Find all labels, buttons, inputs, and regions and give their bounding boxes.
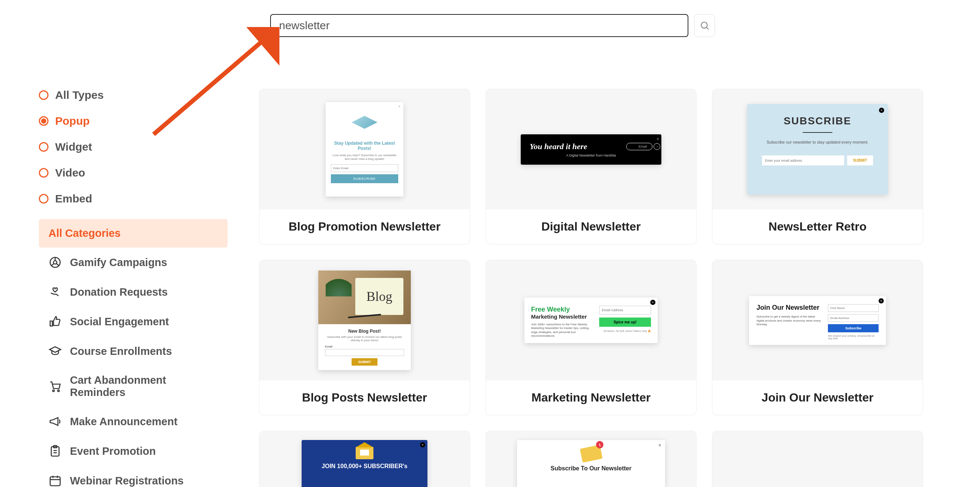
type-embed[interactable]: Embed [39,193,228,205]
cat-label: Cart Abandonment Reminders [70,374,218,399]
close-icon: × [420,442,425,447]
preview-subscribe-button: Subscribe [828,324,878,332]
cat-label: Donation Requests [70,286,168,298]
template-title: Join Our Newsletter [713,380,923,415]
template-title: NewsLetter Retro [713,210,923,244]
cat-label: Gamify Campaigns [70,256,167,269]
preview-cta-button: Spice me up! [599,318,651,327]
type-filter-group: All Types Popup Widget Video Embed [39,89,228,205]
preview-script-text: Blog [366,289,392,304]
template-card-retro[interactable]: × SUBSCRIBE Subscribe our newsletter to … [712,89,923,244]
cat-label: Course Enrollments [70,345,172,358]
preview-firstname-input [828,304,878,312]
thumbs-up-icon [48,315,62,328]
cat-donation[interactable]: Donation Requests [39,277,228,307]
preview-join-our: × Join Our Newsletter Subscribe to get a… [749,296,886,345]
cat-event-promo[interactable]: Event Promotion [39,436,228,466]
preview-email-pill: Email [626,143,652,150]
template-card-join-our[interactable]: × Join Our Newsletter Subscribe to get a… [712,260,923,415]
preview-heading: Join Our Newsletter [756,304,822,312]
template-thumb: × SUBSCRIBE Subscribe our newsletter to … [713,89,923,210]
template-thumb: × Blog New Blog Post! Subscribe with you… [259,260,469,380]
template-grid: × Stay Updated with the Latest Posts! Lo… [259,89,923,487]
preview-join-100k: × JOIN 100,000+ SUBSCRIBER's [302,440,428,487]
preview-email-label: Email [325,345,404,348]
graduation-cap-icon [48,345,62,358]
preview-digital: × You heard it here Email A Digital News… [521,134,661,165]
template-card-blog-promo[interactable]: × Stay Updated with the Latest Posts! Lo… [259,89,470,244]
preview-sub: Love what you read? Subscribe to our new… [331,154,398,161]
steering-wheel-icon [48,256,62,269]
type-label: All Types [55,89,103,102]
preview-email-input [325,349,404,356]
preview-submit-button: SUBMIT [352,358,378,366]
cat-label: All Categories [48,227,121,239]
search-row [270,14,715,37]
preview-email-input [762,156,844,166]
cat-gamify[interactable]: Gamify Campaigns [39,248,228,277]
type-all-types[interactable]: All Types [39,89,228,102]
template-card-9[interactable] [712,431,923,487]
template-card-join-100k[interactable]: × JOIN 100,000+ SUBSCRIBER's [259,431,470,487]
close-icon: × [650,300,655,305]
cat-cart-abandon[interactable]: Cart Abandonment Reminders [39,366,228,407]
shopping-cart-icon [48,380,62,393]
cat-webinar[interactable]: Webinar Registrations [39,466,228,487]
preview-heading: SUBSCRIBE [762,115,873,127]
svg-point-0 [701,22,707,28]
type-label: Embed [55,193,92,205]
template-title: Marketing Newsletter [486,380,696,415]
cat-courses[interactable]: Course Enrollments [39,336,228,366]
close-icon: × [659,442,661,448]
search-button[interactable] [694,14,715,37]
template-thumb: × Subscribe To Our Newsletter [486,431,696,487]
preview-blog-posts: × Blog New Blog Post! Subscribe with you… [318,271,411,370]
template-thumb: × JOIN 100,000+ SUBSCRIBER's [259,431,469,487]
preview-marketing: × Free Weekly Marketing Newsletter Join … [524,298,658,344]
template-thumb: × Stay Updated with the Latest Posts! Lo… [259,89,469,210]
preview-heading-2: Marketing Newsletter [531,314,593,320]
cat-label: Make Announcement [70,415,178,428]
preview-footer: We respect your privacy. Unsubscribe at … [828,334,878,340]
preview-heading: JOIN 100,000+ SUBSCRIBER's [302,463,428,469]
type-label: Video [55,167,85,179]
radio-icon [39,116,48,126]
type-widget[interactable]: Widget [39,141,228,153]
type-popup[interactable]: Popup [39,115,228,127]
type-video[interactable]: Video [39,167,228,179]
template-thumb: × Free Weekly Marketing Newsletter Join … [486,260,696,380]
preview-email-input [331,164,398,172]
template-card-subscribe-to[interactable]: × Subscribe To Our Newsletter [485,431,697,487]
svg-line-1 [706,27,708,29]
preview-email-input [599,306,651,315]
radio-icon [39,142,48,152]
type-label: Popup [55,115,89,127]
preview-heading: New Blog Post! [325,329,404,334]
template-card-digital[interactable]: × You heard it here Email A Digital News… [485,89,697,244]
preview-submit-button: SUBMIT [847,156,873,166]
svg-point-9 [52,390,54,392]
hand-heart-icon [48,285,62,299]
cat-social[interactable]: Social Engagement [39,307,228,336]
close-icon: × [398,104,401,108]
svg-point-10 [58,390,60,392]
cat-label: Event Promotion [70,445,156,457]
book-icon [352,116,377,134]
preview-heading-1: Free Weekly [531,306,593,314]
radio-icon [39,194,48,204]
search-input[interactable] [270,14,688,37]
template-card-marketing[interactable]: × Free Weekly Marketing Newsletter Join … [485,260,697,415]
template-title: Blog Posts Newsletter [259,380,469,415]
radio-icon [39,90,48,100]
envelope-icon [356,447,374,459]
preview-retro: × SUBSCRIBE Subscribe our newsletter to … [747,104,888,195]
cat-all-categories[interactable]: All Categories [39,219,228,248]
preview-subscribe-button: SUBSCRIBE [331,174,398,183]
cat-announcement[interactable]: Make Announcement [39,407,228,436]
template-card-blog-posts[interactable]: × Blog New Blog Post! Subscribe with you… [259,260,470,415]
template-thumb: × Join Our Newsletter Subscribe to get a… [713,260,923,380]
svg-line-8 [56,264,59,266]
template-thumb: × You heard it here Email A Digital News… [486,89,696,210]
clipboard-icon [48,444,62,458]
sidebar: All Types Popup Widget Video Embed All C… [39,89,228,487]
